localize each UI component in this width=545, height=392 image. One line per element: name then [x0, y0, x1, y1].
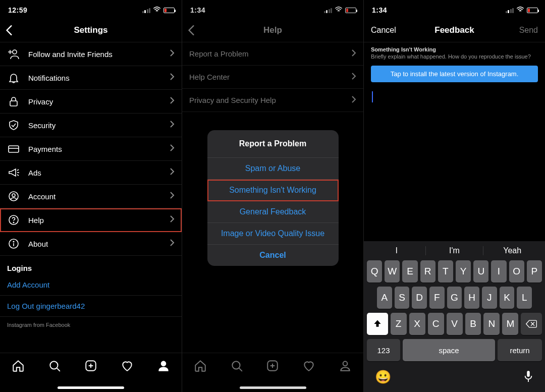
key-f[interactable]: F [429, 287, 445, 309]
key-x[interactable]: X [409, 313, 425, 335]
key-123[interactable]: 123 [367, 339, 400, 361]
person-plus-icon [7, 48, 20, 60]
key-g[interactable]: G [447, 287, 462, 309]
key-d[interactable]: D [412, 287, 427, 309]
keyboard: I I'm Yeah Q W E R T Y U I O P A S D F G… [364, 241, 545, 392]
svg-line-17 [57, 368, 60, 371]
row-label: Account [28, 192, 161, 201]
sheet-cancel[interactable]: Cancel [207, 245, 339, 266]
settings-item-notifications[interactable]: Notifications [0, 66, 182, 90]
key-y[interactable]: Y [456, 260, 471, 283]
settings-item-follow-invite[interactable]: Follow and Invite Friends [0, 42, 182, 66]
screen-settings: 12:59 Settings Follow and Invite Friends… [0, 0, 182, 392]
tab-home[interactable] [12, 359, 25, 374]
tab-search[interactable] [48, 359, 61, 374]
sheet-option-quality[interactable]: Image or Video Quality Issue [207, 223, 339, 245]
keyboard-footer: 😀 [366, 365, 543, 390]
key-r[interactable]: R [420, 260, 435, 283]
tab-create[interactable] [84, 359, 97, 374]
home-indicator[interactable] [58, 386, 124, 389]
chevron-right-icon [170, 73, 175, 83]
sheet-title: Report a Problem [207, 130, 339, 158]
key-p[interactable]: P [527, 260, 542, 283]
key-space[interactable]: space [403, 339, 495, 361]
key-shift[interactable] [367, 313, 388, 335]
suggest-0[interactable]: I [368, 246, 426, 255]
lock-icon [7, 95, 20, 107]
key-row-3: Z X C V B N M [367, 313, 542, 335]
key-i[interactable]: I [491, 260, 506, 283]
key-e[interactable]: E [402, 260, 417, 283]
row-label: Notifications [28, 74, 161, 82]
settings-item-about[interactable]: About [0, 232, 182, 256]
key-m[interactable]: M [502, 313, 518, 335]
settings-item-account[interactable]: Account [0, 185, 182, 208]
suggest-2[interactable]: Yeah [483, 246, 541, 255]
settings-item-ads[interactable]: Ads [0, 161, 182, 185]
feedback-body: Something Isn't Working Briefly explain … [364, 42, 545, 102]
settings-item-help[interactable]: Help [0, 208, 182, 232]
tab-profile[interactable] [157, 359, 170, 374]
screen-help: 1:34 Help Report a Problem Help Center P… [182, 0, 363, 392]
key-q[interactable]: Q [367, 260, 382, 283]
signal-icon [142, 8, 151, 13]
update-banner[interactable]: Tap to install the latest version of Ins… [371, 66, 538, 82]
tab-activity[interactable] [121, 359, 134, 374]
card-icon [7, 143, 20, 155]
status-bar: 1:34 [364, 0, 545, 18]
logins-section-header: Logins [0, 256, 182, 274]
key-u[interactable]: U [473, 260, 488, 283]
key-j[interactable]: J [482, 287, 497, 309]
settings-item-privacy[interactable]: Privacy [0, 90, 182, 114]
battery-icon [164, 8, 175, 13]
screen-feedback: 1:34 Cancel Feedback Send Something Isn'… [363, 0, 545, 392]
emoji-button[interactable]: 😀 [375, 369, 391, 385]
key-w[interactable]: W [385, 260, 400, 283]
settings-item-payments[interactable]: Payments [0, 137, 182, 161]
svg-line-6 [17, 170, 19, 171]
settings-item-security[interactable]: Security [0, 114, 182, 137]
key-l[interactable]: L [517, 287, 532, 309]
key-s[interactable]: S [395, 287, 410, 309]
signal-icon [506, 8, 514, 13]
key-c[interactable]: C [428, 313, 444, 335]
key-k[interactable]: K [500, 287, 515, 309]
textarea-cursor[interactable] [372, 91, 373, 102]
cancel-button[interactable]: Cancel [371, 26, 396, 35]
back-button[interactable] [5, 18, 13, 42]
key-delete[interactable] [521, 313, 542, 335]
key-return[interactable]: return [498, 339, 542, 361]
svg-point-15 [13, 241, 14, 242]
shield-icon [7, 119, 20, 131]
wifi-icon [153, 7, 161, 14]
suggest-1[interactable]: I'm [426, 246, 484, 255]
sheet-option-not-working[interactable]: Something Isn't Working [207, 180, 339, 201]
row-label: Security [28, 121, 161, 130]
nav-header: Settings [0, 18, 182, 42]
key-o[interactable]: O [509, 260, 524, 283]
status-icons [506, 7, 538, 14]
feedback-subtitle: Briefly explain what happened. How do yo… [371, 52, 538, 66]
add-account-link[interactable]: Add Account [0, 274, 182, 296]
key-t[interactable]: T [438, 260, 453, 283]
key-h[interactable]: H [464, 287, 479, 309]
logout-link[interactable]: Log Out gingerbeard42 [0, 296, 182, 317]
help-icon [7, 214, 20, 226]
chevron-right-icon [170, 215, 175, 225]
nav-header: Cancel Feedback Send [364, 18, 545, 42]
status-bar: 12:59 [0, 0, 182, 18]
page-title: Settings [74, 25, 107, 35]
key-z[interactable]: Z [391, 313, 407, 335]
feedback-title: Something Isn't Working [371, 46, 538, 52]
send-button[interactable]: Send [519, 26, 538, 35]
sheet-option-feedback[interactable]: General Feedback [207, 201, 339, 223]
key-n[interactable]: N [483, 313, 500, 335]
key-v[interactable]: V [447, 313, 463, 335]
chevron-right-icon [170, 191, 175, 201]
svg-rect-30 [527, 371, 530, 377]
sheet-option-spam[interactable]: Spam or Abuse [207, 158, 339, 180]
dictation-button[interactable] [523, 370, 534, 385]
chevron-right-icon [170, 167, 175, 178]
key-a[interactable]: A [377, 287, 392, 309]
key-b[interactable]: B [465, 313, 481, 335]
